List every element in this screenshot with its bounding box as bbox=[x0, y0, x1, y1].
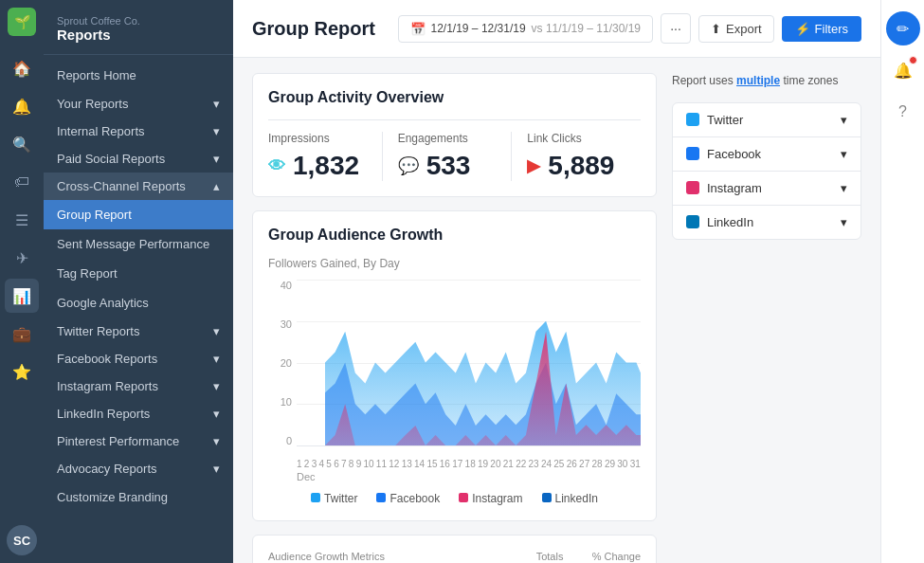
date-range-button[interactable]: 📅 12/1/19 – 12/31/19 vs 11/1/19 – 11/30/… bbox=[398, 15, 654, 43]
col-header-label: Audience Growth Metrics bbox=[268, 551, 511, 563]
bubble-icon: 💬 bbox=[398, 155, 419, 176]
sidebar-item-your-reports[interactable]: Your Reports ▾ bbox=[44, 90, 233, 118]
chart-body bbox=[297, 280, 641, 446]
filter-icon: ⚡ bbox=[795, 22, 810, 36]
platform-item-instagram[interactable]: Instagram ▾ bbox=[673, 172, 861, 206]
nav-stars-icon[interactable]: ⭐ bbox=[5, 354, 39, 389]
platform-instagram-label: Instagram bbox=[707, 181, 762, 195]
nav-tasks-icon[interactable]: 💼 bbox=[5, 317, 39, 351]
nav-bell-icon badge[interactable]: 🔔 bbox=[5, 89, 39, 123]
chevron-up-icon: ▴ bbox=[213, 179, 220, 193]
sidebar-item-sent-message[interactable]: Sent Message Performance bbox=[44, 229, 233, 259]
cursor-icon: ▶ bbox=[527, 155, 540, 176]
header-controls: 📅 12/1/19 – 12/31/19 vs 11/1/19 – 11/30/… bbox=[398, 13, 862, 44]
page-header: Group Report 📅 12/1/19 – 12/31/19 vs 11/… bbox=[233, 0, 880, 58]
sidebar-item-cross-channel[interactable]: Cross-Channel Reports ▴ bbox=[44, 173, 233, 200]
engagements-label: Engagements bbox=[398, 132, 497, 145]
platform-facebook-label: Facebook bbox=[707, 147, 761, 161]
col-header-change: % Change bbox=[563, 551, 641, 563]
more-options-button[interactable]: ··· bbox=[661, 13, 691, 44]
nav-send-icon[interactable]: ✈ bbox=[5, 241, 39, 275]
platform-item-linkedin[interactable]: LinkedIn ▾ bbox=[673, 206, 861, 239]
sidebar: Sprout Coffee Co. Reports Reports Home Y… bbox=[44, 0, 233, 563]
timezone-note: Report uses multiple time zones bbox=[672, 73, 861, 89]
help-icon-button[interactable]: ? bbox=[886, 95, 920, 129]
multiple-link[interactable]: multiple bbox=[736, 74, 780, 87]
export-icon: ⬆ bbox=[711, 22, 721, 36]
legend-instagram: Instagram bbox=[459, 492, 522, 505]
sidebar-item-group-report[interactable]: Group Report bbox=[44, 200, 233, 229]
platform-twitter-label: Twitter bbox=[707, 113, 743, 127]
impressions-label: Impressions bbox=[268, 132, 367, 145]
chevron-down-icon: ▾ bbox=[841, 147, 847, 161]
content-area: Group Activity Overview Impressions 👁 1,… bbox=[233, 58, 880, 563]
chevron-down-icon: ▾ bbox=[841, 181, 847, 195]
notification-icon-button[interactable]: 🔔 bbox=[886, 53, 920, 87]
impressions-value: 👁 1,832 bbox=[268, 151, 367, 181]
chevron-down-icon: ▾ bbox=[841, 215, 847, 229]
chevron-down-icon: ▾ bbox=[213, 324, 220, 338]
chart-subtitle: Followers Gained, By Day bbox=[268, 257, 641, 270]
platform-item-facebook[interactable]: Facebook ▾ bbox=[673, 137, 861, 172]
sidebar-item-google-analytics[interactable]: Google Analytics bbox=[44, 288, 233, 318]
sidebar-item-instagram-reports[interactable]: Instagram Reports ▾ bbox=[44, 372, 233, 400]
export-button[interactable]: ⬆ Export bbox=[698, 15, 774, 43]
chart-y-axis: 403020100 bbox=[268, 280, 292, 446]
chart-container: 403020100 bbox=[268, 280, 641, 469]
chevron-down-icon: ▾ bbox=[213, 434, 220, 448]
sidebar-item-facebook-reports[interactable]: Facebook Reports ▾ bbox=[44, 345, 233, 372]
edit-icon-button[interactable]: ✏ bbox=[886, 11, 920, 45]
app-logo[interactable]: 🌱 bbox=[8, 8, 36, 36]
metrics-row: Impressions 👁 1,832 Engagements 💬 533 bbox=[268, 119, 641, 181]
chevron-down-icon: ▾ bbox=[213, 352, 220, 366]
icon-bar: 🌱 🏠 🔔 🔍 🏷 ☰ ✈ 📊 💼 ⭐ SC bbox=[0, 0, 44, 563]
chevron-down-icon: ▾ bbox=[213, 462, 220, 476]
chevron-down-icon: ▾ bbox=[213, 124, 220, 138]
chart-title: Group Audience Growth bbox=[268, 227, 641, 244]
chevron-down-icon: ▾ bbox=[213, 379, 220, 393]
chart-legend: Twitter Facebook Instagram LinkedIn bbox=[268, 492, 641, 505]
company-name: Sprout Coffee Co. bbox=[57, 15, 220, 27]
main-content: Group Report 📅 12/1/19 – 12/31/19 vs 11/… bbox=[233, 0, 880, 563]
date-range-text: 12/1/19 – 12/31/19 bbox=[431, 22, 526, 35]
col-header-totals: Totals bbox=[511, 551, 564, 563]
filters-button[interactable]: ⚡ Filters bbox=[782, 16, 861, 42]
sidebar-item-reports-home[interactable]: Reports Home bbox=[44, 61, 233, 90]
ellipsis-icon: ··· bbox=[670, 21, 681, 36]
nav-tag-icon[interactable]: 🏷 bbox=[5, 165, 39, 199]
sidebar-item-twitter-reports[interactable]: Twitter Reports ▾ bbox=[44, 318, 233, 345]
calendar-icon: 📅 bbox=[410, 22, 426, 36]
legend-facebook: Facebook bbox=[376, 492, 440, 505]
user-avatar[interactable]: SC bbox=[7, 525, 37, 555]
right-panel: Report uses multiple time zones Twitter … bbox=[672, 73, 861, 563]
main-panel: Group Activity Overview Impressions 👁 1,… bbox=[252, 73, 657, 563]
metric-link-clicks: Link Clicks ▶ 5,889 bbox=[512, 132, 641, 181]
chevron-down-icon: ▾ bbox=[841, 113, 847, 127]
eye-icon: 👁 bbox=[268, 156, 285, 176]
chart-svg bbox=[325, 280, 641, 445]
x-axis-month: Dec bbox=[297, 471, 641, 482]
linkedin-dot bbox=[686, 215, 699, 228]
chevron-down-icon: ▾ bbox=[213, 407, 220, 421]
chevron-down-icon: ▾ bbox=[213, 97, 220, 111]
audience-metrics-card: Audience Growth Metrics Totals % Change … bbox=[252, 535, 657, 563]
metric-impressions: Impressions 👁 1,832 bbox=[268, 132, 383, 181]
sidebar-item-linkedin-reports[interactable]: LinkedIn Reports ▾ bbox=[44, 400, 233, 427]
audience-metrics-table: Audience Growth Metrics Totals % Change … bbox=[268, 551, 641, 563]
sidebar-item-paid-social[interactable]: Paid Social Reports ▾ bbox=[44, 145, 233, 173]
nav-reports-icon[interactable]: 📊 bbox=[5, 279, 39, 313]
platform-card: Twitter ▾ Facebook ▾ Instagram bbox=[672, 102, 861, 240]
nav-search-icon[interactable]: 🔍 bbox=[5, 127, 39, 161]
sidebar-item-internal-reports[interactable]: Internal Reports ▾ bbox=[44, 118, 233, 145]
nav-list-icon[interactable]: ☰ bbox=[5, 203, 39, 237]
chart-x-labels: 1234567891011121314151617181920212223242… bbox=[297, 459, 641, 469]
sidebar-item-tag-report[interactable]: Tag Report bbox=[44, 259, 233, 288]
sidebar-item-advocacy[interactable]: Advocacy Reports ▾ bbox=[44, 455, 233, 482]
activity-overview-card: Group Activity Overview Impressions 👁 1,… bbox=[252, 73, 657, 197]
sidebar-item-customize-branding[interactable]: Customize Branding bbox=[44, 482, 233, 512]
audience-growth-card: Group Audience Growth Followers Gained, … bbox=[252, 210, 657, 521]
platform-item-twitter[interactable]: Twitter ▾ bbox=[673, 103, 861, 137]
right-icon-bar: ✏ 🔔 ? bbox=[880, 0, 924, 563]
sidebar-item-pinterest[interactable]: Pinterest Performance ▾ bbox=[44, 427, 233, 455]
nav-home-icon[interactable]: 🏠 bbox=[5, 51, 39, 85]
